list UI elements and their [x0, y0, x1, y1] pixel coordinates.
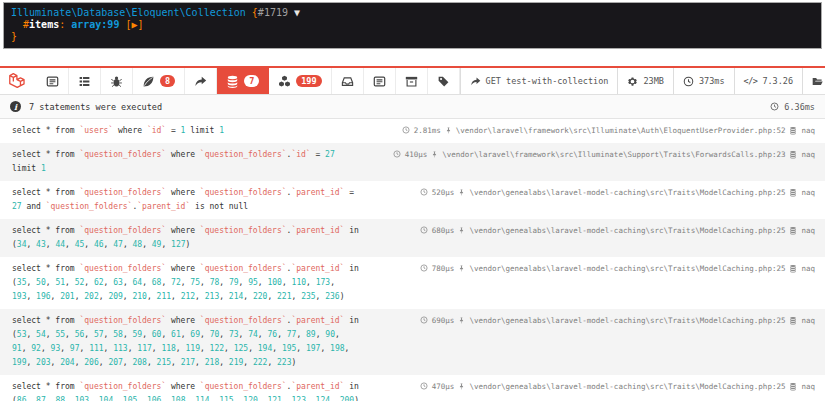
tab-icon — [373, 75, 386, 88]
query-connection: naq — [801, 225, 815, 237]
request-duration-value: 373ms — [699, 76, 725, 86]
debugbar-tab-messages[interactable] — [37, 68, 69, 94]
database-icon — [789, 126, 797, 135]
total-query-time-value: 6.36ms — [784, 102, 815, 112]
database-icon — [789, 264, 797, 273]
tab-icon — [437, 75, 450, 88]
query-duration: 410μs — [405, 149, 428, 161]
query-source-file: \vendor\genealabs\laravel-model-caching\… — [469, 315, 785, 327]
tab-icon — [405, 75, 418, 88]
dump-brace-close: } — [11, 31, 17, 42]
dump-collapse-toggle-icon[interactable]: ▼ — [294, 7, 300, 18]
query-duration: 780μs — [432, 263, 455, 275]
debugbar-tabs: 8 7 199 — [37, 68, 460, 94]
query-meta: 470μs \vendor\genealabs\laravel-model-ca… — [371, 380, 815, 401]
query-meta: 410μs \vendor\laravel\framework\src\Illu… — [371, 148, 815, 176]
debugbar-tab-queries[interactable]: 7 — [217, 68, 269, 94]
query-sql: select * from `users` where `id` = 1 lim… — [12, 124, 359, 138]
query-connection: naq — [801, 187, 815, 199]
dump-class-name: Illuminate\Database\Eloquent\Collection — [11, 7, 246, 18]
dump-brace-open: { — [246, 7, 258, 18]
query-sql: select * from `question_folders` where `… — [12, 148, 359, 176]
query-sql: select * from `question_folders` where `… — [12, 380, 359, 401]
pin-icon[interactable] — [458, 316, 465, 325]
query-duration: 520μs — [432, 187, 455, 199]
database-icon — [789, 382, 797, 391]
tab-icon — [110, 75, 123, 88]
query-meta: 690μs \vendor\genealabs\laravel-model-ca… — [371, 314, 815, 370]
query-meta: 780μs \vendor\genealabs\laravel-model-ca… — [371, 262, 815, 304]
database-icon — [789, 316, 797, 325]
query-row[interactable]: select * from `question_folders` where `… — [0, 257, 825, 309]
query-source-file: \vendor\genealabs\laravel-model-caching\… — [469, 187, 785, 199]
laravel-logo-icon[interactable] — [0, 68, 37, 94]
query-sql: select * from `question_folders` where `… — [12, 186, 359, 214]
debugbar-tab-mails[interactable] — [332, 68, 364, 94]
pin-icon[interactable] — [458, 382, 465, 391]
dump-value-type: array:99 — [71, 19, 119, 30]
pin-icon[interactable] — [431, 150, 438, 159]
code-icon: </> — [744, 76, 758, 86]
query-source-file: \vendor\genealabs\laravel-model-caching\… — [469, 381, 785, 393]
clock-icon — [420, 316, 428, 324]
pin-icon[interactable] — [458, 264, 465, 273]
query-sql: select * from `question_folders` where `… — [12, 262, 359, 304]
request-name-indicator[interactable]: GET test-with-collection — [460, 68, 618, 94]
query-connection: naq — [801, 381, 815, 393]
statements-status-bar: i 7 statements were executed 6.36ms — [0, 95, 825, 119]
query-row[interactable]: select * from `question_folders` where `… — [0, 181, 825, 219]
query-row[interactable]: select * from `users` where `id` = 1 lim… — [0, 119, 825, 143]
var-dump-block: Illuminate\Database\Eloquent\Collection … — [3, 2, 822, 49]
memory-usage-value: 23MB — [643, 76, 663, 86]
query-source-file: \vendor\genealabs\laravel-model-caching\… — [469, 225, 785, 237]
query-connection: naq — [801, 149, 815, 161]
query-source-file: \vendor\laravel\framework\src\Illuminate… — [456, 125, 786, 137]
debugbar-tab-timeline[interactable] — [69, 68, 101, 94]
toolbar-right: GET test-with-collection 23MB 373ms </> … — [460, 68, 825, 94]
clock-icon — [393, 150, 401, 158]
debugbar-tab-views[interactable]: 8 — [133, 68, 185, 94]
total-query-time: 6.36ms — [770, 102, 815, 112]
query-duration: 2.81ms — [414, 125, 441, 137]
cogs-icon — [627, 76, 638, 87]
query-row[interactable]: select * from `question_folders` where `… — [0, 375, 825, 401]
query-meta: 680μs \vendor\genealabs\laravel-model-ca… — [371, 224, 815, 252]
clock-icon — [420, 188, 428, 196]
debugbar-tab-models[interactable]: 199 — [269, 68, 331, 94]
request-method-path: GET test-with-collection — [486, 76, 609, 86]
request-duration-indicator: 373ms — [673, 68, 734, 94]
debugbar-tab-request[interactable] — [428, 68, 460, 94]
php-version-indicator: </> 7.3.26 — [734, 68, 803, 94]
database-icon — [789, 226, 797, 235]
query-meta: 2.81ms \vendor\laravel\framework\src\Ill… — [371, 124, 815, 138]
query-row[interactable]: select * from `question_folders` where `… — [0, 309, 825, 375]
pin-icon[interactable] — [445, 126, 452, 135]
tab-icon — [341, 75, 354, 88]
query-source-file: \vendor\laravel\framework\src\Illuminate… — [442, 149, 785, 161]
query-connection: naq — [801, 315, 815, 327]
info-icon: i — [10, 101, 21, 112]
tab-icon — [78, 75, 91, 88]
php-version-value: 7.3.26 — [762, 76, 793, 86]
query-row[interactable]: select * from `question_folders` where `… — [0, 143, 825, 181]
query-duration: 680μs — [432, 225, 455, 237]
database-icon — [789, 188, 797, 197]
pin-icon[interactable] — [458, 188, 465, 197]
pin-icon[interactable] — [458, 226, 465, 235]
tab-icon — [226, 75, 239, 88]
clock-icon — [420, 382, 428, 390]
tab-badge: 7 — [244, 75, 259, 87]
clock-icon — [420, 264, 428, 272]
query-meta: 520μs \vendor\genealabs\laravel-model-ca… — [371, 186, 815, 214]
tab-icon — [278, 75, 291, 88]
dump-property-name: items — [29, 19, 59, 30]
query-source-file: \vendor\genealabs\laravel-model-caching\… — [469, 263, 785, 275]
debugbar-tab-route[interactable] — [185, 68, 217, 94]
open-datasets-button[interactable] — [802, 68, 825, 94]
tab-icon — [194, 75, 207, 88]
debugbar-tab-gate[interactable] — [364, 68, 396, 94]
debugbar-tab-session[interactable] — [396, 68, 428, 94]
query-sql: select * from `question_folders` where `… — [12, 224, 359, 252]
debugbar-tab-exceptions[interactable] — [101, 68, 133, 94]
query-row[interactable]: select * from `question_folders` where `… — [0, 219, 825, 257]
